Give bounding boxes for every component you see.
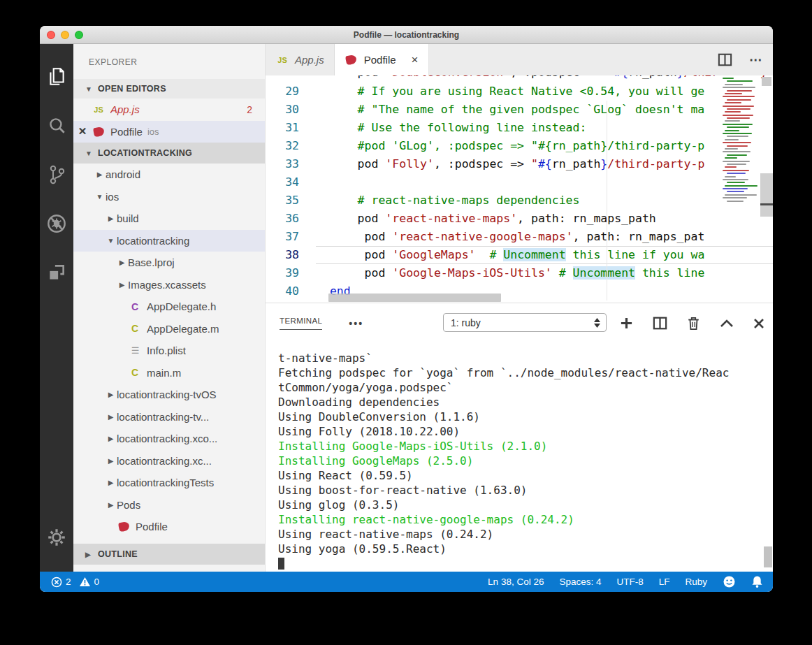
panel-more-icon[interactable]: ••• — [349, 318, 363, 329]
editor-horizontal-scrollbar[interactable] — [328, 293, 501, 302]
code-line-36[interactable]: 36 pod 'react-native-maps', path: rn_map… — [266, 210, 773, 228]
code-line-31[interactable]: 31 # Use the following line instead: — [266, 119, 773, 137]
terminal-panel-tab[interactable]: TERMINAL — [280, 317, 322, 330]
line-number: 29 — [266, 82, 316, 101]
minimap-line — [723, 142, 751, 143]
code-line-39[interactable]: 39 pod 'Google-Maps-iOS-Utils' # Uncomme… — [266, 264, 773, 282]
extensions-icon[interactable] — [40, 248, 73, 297]
minimap[interactable] — [720, 75, 760, 232]
line-number: 30 — [266, 101, 316, 119]
js-file-icon: JS — [92, 106, 106, 114]
code-line-32[interactable]: 32 #pod 'GLog', :podspec => "#{rn_path}/… — [266, 137, 773, 155]
tree-item-locationtracking-xc-[interactable]: ▶locationtracking.xc... — [73, 450, 265, 472]
tree-item-ios[interactable]: ▼ios — [73, 186, 265, 208]
code-line-38[interactable]: 38 pod 'GoogleMaps' # Uncomment this lin… — [266, 246, 773, 264]
tree-item-appdelegate-m[interactable]: CAppDelegate.m — [73, 318, 265, 340]
tree-item-locationtracking-xco-[interactable]: ▶locationtracking.xco... — [73, 428, 265, 450]
feedback-smiley-icon[interactable] — [723, 575, 736, 588]
minimap-line — [725, 157, 737, 159]
cursor-position[interactable]: Ln 38, Col 26 — [488, 577, 544, 587]
tree-item-locationtracking-tv-[interactable]: ▶locationtracking-tv... — [73, 406, 265, 428]
close-panel-icon[interactable] — [753, 318, 764, 329]
tree-item-main-m[interactable]: Cmain.m — [73, 362, 265, 384]
problems-indicator[interactable]: 2 0 — [51, 577, 99, 588]
tree-item-locationtrackingtests[interactable]: ▶locationtrackingTests — [73, 472, 265, 494]
close-tab-icon[interactable]: × — [412, 54, 419, 66]
terminal-instance-select[interactable]: 1: ruby — [443, 313, 607, 332]
tree-item-android[interactable]: ▶android — [73, 164, 265, 186]
search-icon[interactable] — [40, 101, 73, 150]
minimap-line — [723, 106, 754, 107]
tree-item-info-plist[interactable]: ☰Info.plist — [73, 340, 265, 362]
minimap-line — [725, 139, 739, 140]
terminal-line: Using react-native-maps (0.24.2) — [278, 527, 759, 542]
terminal-line: Installing GoogleMaps (2.5.0) — [278, 454, 759, 468]
code-editor[interactable]: pod 'DoubleConversion', :podspec => "#{r… — [266, 75, 773, 303]
eol-sequence[interactable]: LF — [659, 577, 670, 587]
settings-gear-icon[interactable] — [40, 513, 73, 562]
language-mode[interactable]: Ruby — [685, 577, 707, 587]
minimap-line — [723, 78, 734, 79]
tree-item-locationtracking[interactable]: ▼locationtracking — [73, 230, 265, 252]
minimap-line — [727, 117, 750, 119]
close-editor-icon[interactable]: ✕ — [73, 125, 92, 138]
tree-item-label: build — [117, 212, 139, 224]
terminal-scrollbar[interactable] — [764, 546, 772, 567]
terminal-line: Downloading dependencies — [278, 395, 759, 410]
tree-item-label: Info.plist — [147, 345, 186, 356]
minimap-line — [725, 120, 740, 122]
more-actions-icon[interactable]: ⋯ — [749, 52, 763, 68]
gem-file-icon — [92, 127, 106, 136]
encoding[interactable]: UTF-8 — [616, 577, 643, 587]
source-control-icon[interactable] — [40, 150, 73, 199]
kill-terminal-trash-icon[interactable] — [687, 317, 700, 331]
editor-vertical-scrollbar[interactable] — [760, 75, 773, 303]
notifications-bell-icon[interactable] — [751, 575, 763, 588]
indentation[interactable]: Spaces: 4 — [559, 577, 601, 587]
tree-item-images-xcassets[interactable]: ▶Images.xcassets — [73, 274, 265, 296]
tree-item-build[interactable]: ▶build — [73, 208, 265, 230]
minimap-line — [723, 87, 755, 88]
code-line-34[interactable]: 34 — [266, 173, 773, 191]
split-terminal-icon[interactable] — [653, 317, 667, 330]
scrollbar-thumb[interactable] — [760, 173, 773, 217]
new-terminal-icon[interactable] — [620, 317, 633, 330]
folder-section-header[interactable]: ▼ LOCATIONTRACKING — [73, 143, 265, 164]
tree-item-appdelegate-h[interactable]: CAppDelegate.h — [73, 296, 265, 318]
debug-disabled-icon[interactable] — [40, 199, 73, 248]
split-editor-icon[interactable] — [718, 53, 732, 66]
desktop: Podfile — locationtracking — [0, 0, 812, 645]
code-line-text: pod 'GoogleMaps' # Uncomment this line i… — [316, 246, 773, 264]
chevron-right-icon: ▶ — [105, 501, 117, 509]
tree-item-pods[interactable]: ▶Pods — [73, 494, 265, 516]
window-title: Podfile — locationtracking — [40, 30, 773, 40]
tab-app-js[interactable]: JS App.js — [266, 44, 335, 75]
maximize-panel-icon[interactable] — [720, 319, 734, 328]
code-line-30[interactable]: 30 # "The name of the given podspec `GLo… — [266, 101, 773, 119]
explorer-icon[interactable] — [40, 52, 73, 101]
minimap-line — [727, 173, 746, 174]
podfile-gem-icon — [345, 55, 358, 64]
outline-section-header[interactable]: ▶ OUTLINE — [73, 544, 265, 565]
code-line-33[interactable]: 33 pod 'Folly', :podspec => "#{rn_path}/… — [266, 155, 773, 173]
open-editor-item[interactable]: ✕Podfileios — [73, 121, 265, 143]
code-line-37[interactable]: 37 pod 'react-native-google-maps', path:… — [266, 228, 773, 246]
tree-item-base-lproj[interactable]: ▶Base.lproj — [73, 252, 265, 274]
code-line-29[interactable]: 29 # If you are using React Native <0.54… — [266, 82, 773, 101]
partial-code-line: pod 'DoubleConversion', :podspec => "#{r… — [266, 75, 773, 82]
code-line-35[interactable]: 35 # react-native-maps dependencies — [266, 191, 773, 210]
scrollbar-thumb[interactable] — [762, 77, 771, 86]
line-number: 40 — [266, 282, 316, 300]
minimap-line — [727, 126, 749, 128]
terminal-line: Using yoga (0.59.5.React) — [278, 542, 759, 556]
open-editor-item[interactable]: JSApp.js2 — [73, 99, 265, 121]
tab-podfile[interactable]: Podfile × — [335, 44, 429, 75]
code-line-text: # Use the following line instead: — [316, 119, 773, 137]
titlebar[interactable]: Podfile — locationtracking — [40, 26, 773, 44]
chevron-right-icon: ▶ — [105, 457, 117, 465]
tree-item-podfile[interactable]: Podfile — [73, 516, 265, 538]
c-file-icon: C — [131, 301, 138, 312]
terminal-output[interactable]: t-native-maps`Fetching podspec for `yoga… — [278, 351, 759, 572]
open-editors-header[interactable]: ▼ OPEN EDITORS — [73, 79, 265, 99]
tree-item-locationtracking-tvos[interactable]: ▶locationtracking-tvOS — [73, 384, 265, 406]
